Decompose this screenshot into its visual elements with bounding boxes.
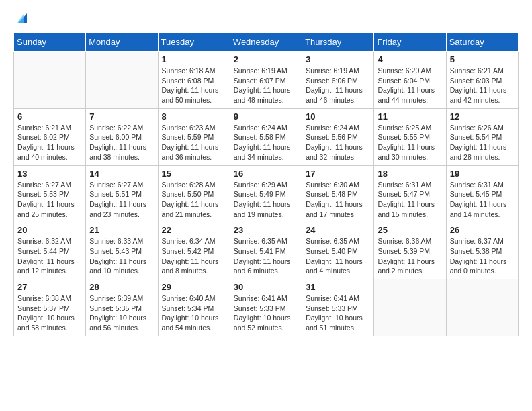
day-number: 29 [162, 282, 226, 292]
day-info: Sunrise: 6:33 AM Sunset: 5:43 PM Dayligh… [89, 236, 154, 276]
calendar-week-row: 6Sunrise: 6:21 AM Sunset: 6:02 PM Daylig… [14, 108, 519, 165]
day-number: 25 [378, 225, 442, 235]
day-number: 18 [378, 169, 442, 179]
calendar-cell: 3Sunrise: 6:19 AM Sunset: 6:06 PM Daylig… [302, 52, 374, 109]
day-number: 6 [17, 111, 82, 122]
day-header-saturday: Saturday [446, 33, 518, 52]
day-header-thursday: Thursday [302, 33, 374, 52]
day-number: 8 [162, 111, 226, 122]
calendar-cell: 16Sunrise: 6:29 AM Sunset: 5:49 PM Dayli… [230, 165, 302, 222]
day-info: Sunrise: 6:31 AM Sunset: 5:45 PM Dayligh… [450, 180, 515, 220]
calendar-cell: 22Sunrise: 6:34 AM Sunset: 5:42 PM Dayli… [158, 222, 230, 279]
calendar-week-row: 13Sunrise: 6:27 AM Sunset: 5:53 PM Dayli… [14, 165, 519, 222]
calendar-week-row: 27Sunrise: 6:38 AM Sunset: 5:37 PM Dayli… [14, 279, 519, 336]
day-number: 12 [450, 111, 515, 122]
day-info: Sunrise: 6:36 AM Sunset: 5:39 PM Dayligh… [378, 236, 442, 276]
calendar-week-row: 1Sunrise: 6:18 AM Sunset: 6:08 PM Daylig… [14, 52, 519, 109]
day-header-wednesday: Wednesday [230, 33, 302, 52]
day-number: 3 [306, 54, 370, 64]
calendar-cell: 9Sunrise: 6:24 AM Sunset: 5:58 PM Daylig… [230, 108, 302, 165]
page-header [13, 13, 519, 26]
calendar-cell: 30Sunrise: 6:41 AM Sunset: 5:33 PM Dayli… [230, 279, 302, 336]
calendar-cell: 12Sunrise: 6:26 AM Sunset: 5:54 PM Dayli… [446, 108, 518, 165]
day-number: 4 [378, 54, 442, 64]
calendar-cell: 6Sunrise: 6:21 AM Sunset: 6:02 PM Daylig… [14, 108, 86, 165]
day-number: 21 [89, 225, 154, 235]
day-info: Sunrise: 6:27 AM Sunset: 5:51 PM Dayligh… [89, 180, 154, 220]
day-info: Sunrise: 6:35 AM Sunset: 5:41 PM Dayligh… [234, 236, 298, 276]
calendar-cell: 13Sunrise: 6:27 AM Sunset: 5:53 PM Dayli… [14, 165, 86, 222]
calendar-cell: 21Sunrise: 6:33 AM Sunset: 5:43 PM Dayli… [86, 222, 158, 279]
day-info: Sunrise: 6:21 AM Sunset: 6:03 PM Dayligh… [450, 66, 515, 105]
day-info: Sunrise: 6:41 AM Sunset: 5:33 PM Dayligh… [306, 293, 370, 333]
calendar-cell: 19Sunrise: 6:31 AM Sunset: 5:45 PM Dayli… [446, 165, 518, 222]
day-number: 9 [234, 111, 298, 122]
day-number: 14 [89, 169, 154, 179]
day-number: 11 [378, 111, 442, 122]
day-info: Sunrise: 6:19 AM Sunset: 6:06 PM Dayligh… [306, 66, 370, 105]
calendar-cell [14, 52, 86, 109]
calendar-cell: 28Sunrise: 6:39 AM Sunset: 5:35 PM Dayli… [86, 279, 158, 336]
day-info: Sunrise: 6:18 AM Sunset: 6:08 PM Dayligh… [162, 66, 226, 105]
day-info: Sunrise: 6:40 AM Sunset: 5:34 PM Dayligh… [162, 293, 226, 333]
calendar-cell: 25Sunrise: 6:36 AM Sunset: 5:39 PM Dayli… [374, 222, 446, 279]
day-info: Sunrise: 6:20 AM Sunset: 6:04 PM Dayligh… [378, 66, 442, 105]
day-number: 20 [17, 225, 82, 235]
day-number: 31 [306, 282, 370, 292]
day-number: 13 [17, 169, 82, 179]
calendar-cell: 31Sunrise: 6:41 AM Sunset: 5:33 PM Dayli… [302, 279, 374, 336]
calendar-cell: 2Sunrise: 6:19 AM Sunset: 6:07 PM Daylig… [230, 52, 302, 109]
calendar-cell: 20Sunrise: 6:32 AM Sunset: 5:44 PM Dayli… [14, 222, 86, 279]
calendar-cell: 15Sunrise: 6:28 AM Sunset: 5:50 PM Dayli… [158, 165, 230, 222]
calendar-cell: 11Sunrise: 6:25 AM Sunset: 5:55 PM Dayli… [374, 108, 446, 165]
day-header-monday: Monday [86, 33, 158, 52]
day-number: 7 [89, 111, 154, 122]
day-info: Sunrise: 6:29 AM Sunset: 5:49 PM Dayligh… [234, 180, 298, 220]
logo-icon [15, 11, 30, 26]
day-number: 28 [89, 282, 154, 292]
day-number: 19 [450, 169, 515, 179]
day-info: Sunrise: 6:41 AM Sunset: 5:33 PM Dayligh… [234, 293, 298, 333]
day-info: Sunrise: 6:25 AM Sunset: 5:55 PM Dayligh… [378, 123, 442, 163]
day-info: Sunrise: 6:31 AM Sunset: 5:47 PM Dayligh… [378, 180, 442, 220]
day-info: Sunrise: 6:30 AM Sunset: 5:48 PM Dayligh… [306, 180, 370, 220]
day-number: 1 [162, 54, 226, 64]
calendar-cell: 7Sunrise: 6:22 AM Sunset: 6:00 PM Daylig… [86, 108, 158, 165]
calendar-table: SundayMondayTuesdayWednesdayThursdayFrid… [13, 32, 519, 336]
calendar-cell: 14Sunrise: 6:27 AM Sunset: 5:51 PM Dayli… [86, 165, 158, 222]
day-number: 24 [306, 225, 370, 235]
day-number: 22 [162, 225, 226, 235]
calendar-cell: 4Sunrise: 6:20 AM Sunset: 6:04 PM Daylig… [374, 52, 446, 109]
calendar-header-row: SundayMondayTuesdayWednesdayThursdayFrid… [14, 33, 519, 52]
day-info: Sunrise: 6:21 AM Sunset: 6:02 PM Dayligh… [17, 123, 82, 163]
calendar-cell [374, 279, 446, 336]
calendar-cell: 29Sunrise: 6:40 AM Sunset: 5:34 PM Dayli… [158, 279, 230, 336]
day-info: Sunrise: 6:22 AM Sunset: 6:00 PM Dayligh… [89, 123, 154, 163]
day-info: Sunrise: 6:34 AM Sunset: 5:42 PM Dayligh… [162, 236, 226, 276]
day-header-tuesday: Tuesday [158, 33, 230, 52]
calendar-week-row: 20Sunrise: 6:32 AM Sunset: 5:44 PM Dayli… [14, 222, 519, 279]
day-header-sunday: Sunday [14, 33, 86, 52]
day-info: Sunrise: 6:24 AM Sunset: 5:56 PM Dayligh… [306, 123, 370, 163]
day-info: Sunrise: 6:39 AM Sunset: 5:35 PM Dayligh… [89, 293, 154, 333]
day-info: Sunrise: 6:27 AM Sunset: 5:53 PM Dayligh… [17, 180, 82, 220]
calendar-cell [446, 279, 518, 336]
day-number: 16 [234, 169, 298, 179]
day-info: Sunrise: 6:35 AM Sunset: 5:40 PM Dayligh… [306, 236, 370, 276]
day-info: Sunrise: 6:23 AM Sunset: 5:59 PM Dayligh… [162, 123, 226, 163]
day-number: 27 [17, 282, 82, 292]
calendar-cell: 17Sunrise: 6:30 AM Sunset: 5:48 PM Dayli… [302, 165, 374, 222]
calendar-cell: 5Sunrise: 6:21 AM Sunset: 6:03 PM Daylig… [446, 52, 518, 109]
day-info: Sunrise: 6:37 AM Sunset: 5:38 PM Dayligh… [450, 236, 515, 276]
day-number: 26 [450, 225, 515, 235]
day-info: Sunrise: 6:28 AM Sunset: 5:50 PM Dayligh… [162, 180, 226, 220]
day-info: Sunrise: 6:38 AM Sunset: 5:37 PM Dayligh… [17, 293, 82, 333]
day-info: Sunrise: 6:26 AM Sunset: 5:54 PM Dayligh… [450, 123, 515, 163]
calendar-cell [86, 52, 158, 109]
day-number: 2 [234, 54, 298, 64]
day-info: Sunrise: 6:24 AM Sunset: 5:58 PM Dayligh… [234, 123, 298, 163]
calendar-cell: 26Sunrise: 6:37 AM Sunset: 5:38 PM Dayli… [446, 222, 518, 279]
day-number: 15 [162, 169, 226, 179]
calendar-cell: 23Sunrise: 6:35 AM Sunset: 5:41 PM Dayli… [230, 222, 302, 279]
day-number: 23 [234, 225, 298, 235]
